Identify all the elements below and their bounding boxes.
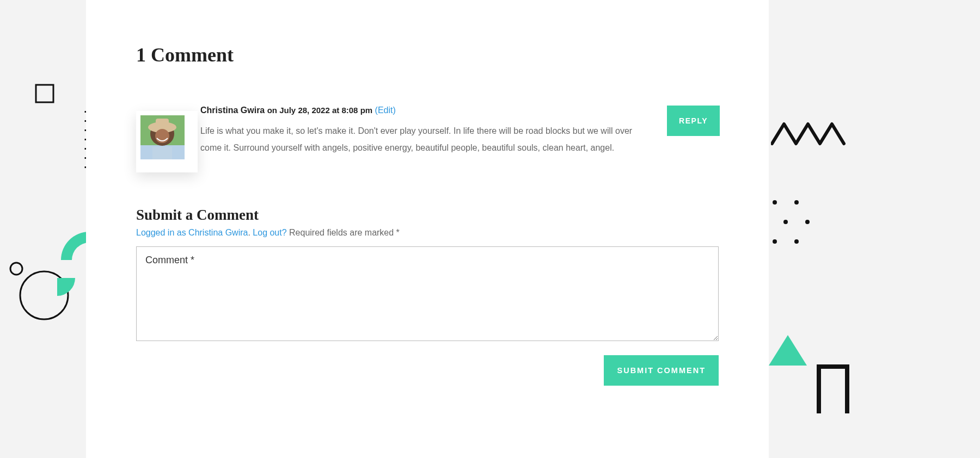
submit-row: SUBMIT COMMENT — [136, 355, 719, 386]
logged-in-separator: . — [248, 228, 253, 237]
required-fields-text: Required fields are marked * — [287, 228, 400, 237]
comment-author: Christina Gwira — [200, 106, 265, 115]
comment-item: Christina Gwira on July 28, 2022 at 8:08… — [136, 104, 719, 170]
logged-in-link[interactable]: Logged in as Christina Gwira — [136, 228, 248, 237]
comment-timestamp: on July 28, 2022 at 8:08 pm — [267, 106, 372, 115]
svg-rect-18 — [152, 147, 172, 159]
bg-quarter-arc — [61, 232, 89, 260]
bg-square-outline — [35, 84, 54, 103]
comment-body: Life is what you make it, so let's make … — [200, 123, 652, 156]
avatar-image — [140, 115, 185, 159]
svg-point-5 — [794, 200, 799, 205]
reply-button[interactable]: REPLY — [667, 106, 720, 136]
svg-point-1 — [20, 271, 68, 319]
content-card: 1 Comment Christina Gwira on July 28, 20… — [86, 0, 769, 458]
svg-point-9 — [794, 239, 799, 244]
bg-dot-grid — [769, 197, 818, 246]
bg-square-bold — [817, 364, 849, 413]
comment-textarea[interactable] — [136, 246, 719, 341]
svg-point-6 — [783, 220, 788, 224]
avatar — [136, 111, 198, 172]
comments-heading: 1 Comment — [136, 44, 719, 66]
logout-link[interactable]: Log out? — [253, 228, 286, 237]
svg-point-7 — [805, 220, 810, 224]
svg-rect-2 — [36, 85, 53, 102]
bg-triangle — [769, 335, 807, 366]
svg-point-0 — [10, 263, 22, 275]
svg-point-4 — [773, 200, 777, 205]
svg-rect-16 — [156, 119, 169, 125]
bg-circle-outline — [19, 270, 70, 321]
edit-link[interactable]: (Edit) — [375, 106, 396, 115]
bg-quarter-pie-large — [39, 260, 75, 296]
bg-circle-outline-small — [9, 261, 24, 276]
form-hint: Logged in as Christina Gwira. Log out? R… — [136, 228, 719, 238]
comment-meta: Christina Gwira on July 28, 2022 at 8:08… — [200, 104, 719, 116]
svg-rect-11 — [819, 367, 847, 413]
submit-comment-heading: Submit a Comment — [136, 207, 719, 224]
bg-zigzag — [771, 120, 847, 148]
submit-comment-button[interactable]: SUBMIT COMMENT — [604, 355, 719, 386]
svg-point-8 — [773, 239, 777, 244]
svg-marker-10 — [769, 335, 807, 366]
